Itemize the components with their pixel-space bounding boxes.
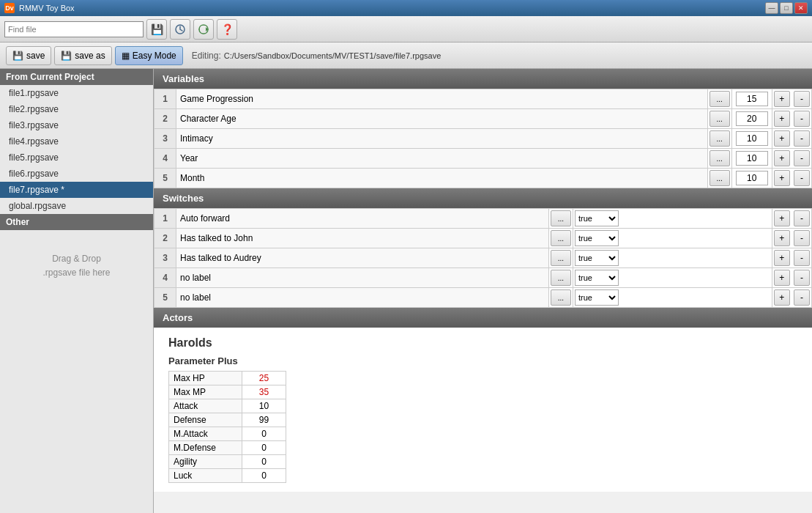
switches-header: Switches	[154, 188, 812, 208]
save-as-button[interactable]: 💾 save as	[54, 46, 111, 65]
value-cell	[731, 169, 772, 188]
ellipsis-button[interactable]: ...	[551, 270, 571, 286]
switch-select[interactable]: truefalse	[575, 250, 619, 266]
variable-value-input[interactable]	[736, 151, 768, 166]
easy-mode-icon: ▦	[122, 51, 130, 61]
decrement-button[interactable]: -	[794, 91, 810, 107]
variable-value-input[interactable]	[736, 131, 768, 146]
increment-button[interactable]: +	[774, 130, 790, 147]
ellipsis-button[interactable]: ...	[551, 230, 571, 246]
ellipsis-button[interactable]: ...	[709, 170, 730, 186]
inc-dec-buttons: + -	[772, 248, 811, 268]
easy-mode-button[interactable]: ▦ Easy Mode	[115, 46, 183, 65]
ellipsis-button[interactable]: ...	[709, 150, 730, 166]
sidebar-item-file7[interactable]: file7.rpgsave *	[0, 182, 153, 198]
switch-value-cell: truefalse	[573, 248, 772, 268]
row-label: Has talked to Audrey	[176, 248, 549, 268]
increment-button[interactable]: +	[774, 250, 790, 266]
ellipsis-button[interactable]: ...	[551, 250, 571, 266]
row-number: 4	[154, 149, 176, 169]
decrement-button[interactable]: -	[794, 170, 810, 186]
increment-button[interactable]: +	[774, 111, 790, 127]
value-cell	[731, 129, 772, 149]
sidebar-item-file6[interactable]: file6.rpgsave	[0, 166, 153, 182]
increment-button[interactable]: +	[774, 91, 790, 107]
sidebar-item-file3[interactable]: file3.rpgsave	[0, 117, 153, 133]
decrement-button[interactable]: -	[794, 289, 810, 306]
toolbar-btn-2[interactable]	[170, 19, 190, 40]
ellipsis-button[interactable]: ...	[709, 130, 730, 147]
param-name: M.Defense	[169, 441, 242, 455]
param-value: 0	[242, 441, 286, 455]
row-label: Auto forward	[176, 209, 549, 229]
variable-value-input[interactable]	[736, 111, 768, 126]
row-label: Month	[176, 169, 708, 188]
minimize-button[interactable]: —	[765, 2, 778, 14]
increment-button[interactable]: +	[774, 289, 790, 306]
switch-select[interactable]: truefalse	[575, 230, 619, 246]
help-button[interactable]: ❓	[217, 19, 237, 40]
table-row: 2 Has talked to John ... truefalse + -	[154, 229, 812, 248]
param-value: 0	[242, 469, 286, 483]
row-number: 4	[154, 268, 176, 288]
app-title: RMMV Toy Box	[19, 4, 761, 12]
switch-select[interactable]: truefalse	[575, 289, 619, 306]
switch-select[interactable]: truefalse	[575, 210, 619, 226]
row-label: Game Progression	[176, 89, 708, 109]
sidebar-item-file4[interactable]: file4.rpgsave	[0, 133, 153, 150]
param-value: 10	[242, 399, 286, 413]
close-button[interactable]: ✕	[794, 2, 808, 14]
decrement-button[interactable]: -	[794, 130, 810, 147]
variable-value-input[interactable]	[736, 92, 768, 106]
decrement-button[interactable]: -	[794, 270, 810, 286]
decrement-button[interactable]: -	[794, 250, 810, 266]
switch-value-cell: truefalse	[573, 288, 772, 308]
param-value: 0	[242, 455, 286, 469]
decrement-button[interactable]: -	[794, 111, 810, 127]
save-as-icon: 💾	[61, 51, 72, 61]
switch-select[interactable]: truefalse	[575, 270, 619, 286]
increment-button[interactable]: +	[774, 170, 790, 186]
increment-button[interactable]: +	[774, 270, 790, 286]
sidebar-item-file1[interactable]: file1.rpgsave	[0, 85, 153, 101]
toolbar-btn-1[interactable]: 💾	[146, 19, 167, 40]
ellipsis-cell: ...	[707, 149, 731, 169]
find-file-input[interactable]	[4, 21, 144, 37]
row-label: no label	[176, 268, 549, 288]
sidebar-item-file5[interactable]: file5.rpgsave	[0, 150, 153, 166]
ellipsis-button[interactable]: ...	[551, 210, 571, 226]
table-row: 3 Has talked to Audrey ... truefalse + -	[154, 248, 812, 268]
row-number: 5	[154, 288, 176, 308]
increment-button[interactable]: +	[774, 150, 790, 166]
param-name: Max MP	[169, 385, 242, 399]
param-name: Agility	[169, 455, 242, 469]
inc-dec-buttons: + -	[772, 268, 811, 288]
increment-button[interactable]: +	[774, 230, 790, 246]
switches-table: 1 Auto forward ... truefalse + - 2 Has t…	[154, 208, 812, 308]
variables-section: Variables 1 Game Progression ... + - 2 C…	[154, 69, 812, 188]
title-bar: Dv RMMV Toy Box — □ ✕	[0, 0, 812, 16]
actors-content: Harolds Parameter Plus Max HP 25 Max MP …	[154, 328, 812, 492]
variable-value-input[interactable]	[736, 171, 768, 185]
inc-dec-buttons: + -	[772, 229, 811, 248]
toolbar: 💾 ❓	[0, 16, 812, 43]
params-table: Max HP 25 Max MP 35 Attack 10 Defense 99…	[168, 371, 286, 483]
decrement-button[interactable]: -	[794, 150, 810, 166]
param-value: 99	[242, 413, 286, 427]
editing-path: C:/Users/Sandbox/Documents/MV/TEST1/save…	[224, 51, 442, 60]
table-row: M.Attack 0	[169, 427, 286, 441]
ellipsis-button[interactable]: ...	[709, 111, 730, 127]
save-button[interactable]: 💾 save	[6, 46, 51, 65]
decrement-button[interactable]: -	[794, 210, 810, 226]
table-row: 3 Intimacy ... + -	[154, 129, 812, 149]
sidebar-item-file2[interactable]: file2.rpgsave	[0, 101, 153, 117]
ellipsis-button[interactable]: ...	[551, 289, 571, 306]
toolbar-btn-3[interactable]	[193, 19, 214, 40]
ellipsis-button[interactable]: ...	[709, 91, 730, 107]
sidebar-item-global[interactable]: global.rpgsave	[0, 198, 153, 214]
table-row: 1 Auto forward ... truefalse + -	[154, 209, 812, 229]
drag-drop-area[interactable]: Drag & Drop .rpgsave file here	[0, 230, 153, 302]
increment-button[interactable]: +	[774, 210, 790, 226]
maximize-button[interactable]: □	[780, 2, 793, 14]
decrement-button[interactable]: -	[794, 230, 810, 246]
